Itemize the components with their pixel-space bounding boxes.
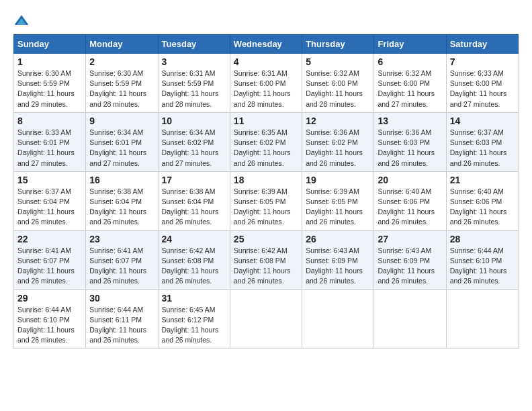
calendar-cell: 25 Sunrise: 6:42 AMSunset: 6:08 PMDaylig… <box>230 230 302 289</box>
day-number: 30 <box>89 293 154 304</box>
day-number: 2 <box>89 56 154 67</box>
day-number: 6 <box>378 56 442 67</box>
day-number: 20 <box>378 175 442 185</box>
day-header-thursday: Thursday <box>302 35 374 54</box>
day-info: Sunrise: 6:45 AMSunset: 6:12 PMDaylight:… <box>162 306 219 345</box>
day-info: Sunrise: 6:42 AMSunset: 6:08 PMDaylight:… <box>234 246 291 285</box>
day-number: 23 <box>89 234 154 244</box>
day-info: Sunrise: 6:39 AMSunset: 6:05 PMDaylight:… <box>234 187 291 226</box>
day-info: Sunrise: 6:32 AMSunset: 6:00 PMDaylight:… <box>378 69 435 108</box>
calendar-table: SundayMondayTuesdayWednesdayThursdayFrid… <box>13 34 519 349</box>
day-info: Sunrise: 6:44 AMSunset: 6:10 PMDaylight:… <box>17 306 75 345</box>
day-info: Sunrise: 6:43 AMSunset: 6:09 PMDaylight:… <box>378 246 435 285</box>
calendar-cell: 18 Sunrise: 6:39 AMSunset: 6:05 PMDaylig… <box>230 171 302 230</box>
day-number: 26 <box>306 234 370 244</box>
calendar-cell: 13 Sunrise: 6:36 AMSunset: 6:03 PMDaylig… <box>374 112 446 171</box>
logo <box>13 13 32 28</box>
day-header-saturday: Saturday <box>446 35 518 54</box>
day-number: 5 <box>306 56 370 67</box>
day-header-sunday: Sunday <box>14 35 86 54</box>
calendar-cell: 8 Sunrise: 6:33 AMSunset: 6:01 PMDayligh… <box>14 112 86 171</box>
calendar-cell: 9 Sunrise: 6:34 AMSunset: 6:01 PMDayligh… <box>86 112 158 171</box>
day-info: Sunrise: 6:35 AMSunset: 6:02 PMDaylight:… <box>234 128 291 167</box>
day-info: Sunrise: 6:44 AMSunset: 6:11 PMDaylight:… <box>89 306 146 345</box>
day-number: 25 <box>234 234 298 244</box>
day-header-wednesday: Wednesday <box>230 35 302 54</box>
day-info: Sunrise: 6:30 AMSunset: 5:59 PMDaylight:… <box>17 69 75 108</box>
day-info: Sunrise: 6:37 AMSunset: 6:04 PMDaylight:… <box>17 187 75 226</box>
day-info: Sunrise: 6:37 AMSunset: 6:03 PMDaylight:… <box>450 128 507 167</box>
calendar-cell: 22 Sunrise: 6:41 AMSunset: 6:07 PMDaylig… <box>14 230 86 289</box>
day-number: 27 <box>378 234 442 244</box>
day-info: Sunrise: 6:41 AMSunset: 6:07 PMDaylight:… <box>17 246 75 285</box>
day-info: Sunrise: 6:43 AMSunset: 6:09 PMDaylight:… <box>306 246 363 285</box>
calendar-cell: 1 Sunrise: 6:30 AMSunset: 5:59 PMDayligh… <box>14 54 86 113</box>
day-number: 11 <box>234 116 298 126</box>
calendar-cell: 17 Sunrise: 6:38 AMSunset: 6:04 PMDaylig… <box>158 171 230 230</box>
calendar-cell <box>374 289 446 349</box>
calendar-week-row: 1 Sunrise: 6:30 AMSunset: 5:59 PMDayligh… <box>14 54 519 113</box>
day-number: 12 <box>306 116 370 126</box>
calendar-cell: 24 Sunrise: 6:42 AMSunset: 6:08 PMDaylig… <box>158 230 230 289</box>
calendar-cell: 19 Sunrise: 6:39 AMSunset: 6:05 PMDaylig… <box>302 171 374 230</box>
day-info: Sunrise: 6:31 AMSunset: 5:59 PMDaylight:… <box>162 69 219 108</box>
calendar-cell: 7 Sunrise: 6:33 AMSunset: 6:00 PMDayligh… <box>446 54 518 113</box>
header <box>13 13 519 28</box>
day-info: Sunrise: 6:36 AMSunset: 6:02 PMDaylight:… <box>306 128 363 167</box>
calendar-cell: 21 Sunrise: 6:40 AMSunset: 6:06 PMDaylig… <box>446 171 518 230</box>
calendar-header-row: SundayMondayTuesdayWednesdayThursdayFrid… <box>14 35 519 54</box>
logo-icon <box>13 14 30 28</box>
day-number: 9 <box>89 116 154 126</box>
day-info: Sunrise: 6:41 AMSunset: 6:07 PMDaylight:… <box>89 246 146 285</box>
day-info: Sunrise: 6:32 AMSunset: 6:00 PMDaylight:… <box>306 69 363 108</box>
day-number: 31 <box>162 293 226 304</box>
day-number: 4 <box>234 56 298 67</box>
day-info: Sunrise: 6:42 AMSunset: 6:08 PMDaylight:… <box>162 246 219 285</box>
day-header-friday: Friday <box>374 35 446 54</box>
day-info: Sunrise: 6:33 AMSunset: 6:01 PMDaylight:… <box>17 128 75 167</box>
day-number: 19 <box>306 175 370 185</box>
day-header-tuesday: Tuesday <box>158 35 230 54</box>
day-number: 8 <box>17 116 82 126</box>
day-info: Sunrise: 6:44 AMSunset: 6:10 PMDaylight:… <box>450 246 507 285</box>
calendar-cell <box>302 289 374 349</box>
day-info: Sunrise: 6:36 AMSunset: 6:03 PMDaylight:… <box>378 128 435 167</box>
calendar-week-row: 22 Sunrise: 6:41 AMSunset: 6:07 PMDaylig… <box>14 230 519 289</box>
day-number: 13 <box>378 116 442 126</box>
day-info: Sunrise: 6:39 AMSunset: 6:05 PMDaylight:… <box>306 187 363 226</box>
day-number: 10 <box>162 116 226 126</box>
day-number: 15 <box>17 175 82 185</box>
day-info: Sunrise: 6:30 AMSunset: 5:59 PMDaylight:… <box>89 69 146 108</box>
calendar-cell: 6 Sunrise: 6:32 AMSunset: 6:00 PMDayligh… <box>374 54 446 113</box>
day-info: Sunrise: 6:34 AMSunset: 6:02 PMDaylight:… <box>162 128 219 167</box>
calendar-cell: 10 Sunrise: 6:34 AMSunset: 6:02 PMDaylig… <box>158 112 230 171</box>
calendar-week-row: 8 Sunrise: 6:33 AMSunset: 6:01 PMDayligh… <box>14 112 519 171</box>
calendar-cell: 3 Sunrise: 6:31 AMSunset: 5:59 PMDayligh… <box>158 54 230 113</box>
day-info: Sunrise: 6:38 AMSunset: 6:04 PMDaylight:… <box>162 187 219 226</box>
calendar-cell: 15 Sunrise: 6:37 AMSunset: 6:04 PMDaylig… <box>14 171 86 230</box>
day-number: 24 <box>162 234 226 244</box>
calendar-cell: 16 Sunrise: 6:38 AMSunset: 6:04 PMDaylig… <box>86 171 158 230</box>
day-header-monday: Monday <box>86 35 158 54</box>
day-info: Sunrise: 6:34 AMSunset: 6:01 PMDaylight:… <box>89 128 146 167</box>
calendar-cell: 11 Sunrise: 6:35 AMSunset: 6:02 PMDaylig… <box>230 112 302 171</box>
day-info: Sunrise: 6:33 AMSunset: 6:00 PMDaylight:… <box>450 69 507 108</box>
day-number: 7 <box>450 56 515 67</box>
day-number: 22 <box>17 234 82 244</box>
calendar-cell <box>230 289 302 349</box>
day-number: 3 <box>162 56 226 67</box>
calendar-week-row: 15 Sunrise: 6:37 AMSunset: 6:04 PMDaylig… <box>14 171 519 230</box>
day-number: 29 <box>17 293 82 304</box>
calendar-cell: 27 Sunrise: 6:43 AMSunset: 6:09 PMDaylig… <box>374 230 446 289</box>
day-number: 17 <box>162 175 226 185</box>
day-info: Sunrise: 6:38 AMSunset: 6:04 PMDaylight:… <box>89 187 146 226</box>
day-info: Sunrise: 6:31 AMSunset: 6:00 PMDaylight:… <box>234 69 291 108</box>
calendar-cell: 20 Sunrise: 6:40 AMSunset: 6:06 PMDaylig… <box>374 171 446 230</box>
day-number: 18 <box>234 175 298 185</box>
day-number: 16 <box>89 175 154 185</box>
day-number: 14 <box>450 116 515 126</box>
calendar-cell: 5 Sunrise: 6:32 AMSunset: 6:00 PMDayligh… <box>302 54 374 113</box>
calendar-cell <box>446 289 518 349</box>
day-number: 1 <box>17 56 82 67</box>
day-number: 28 <box>450 234 515 244</box>
